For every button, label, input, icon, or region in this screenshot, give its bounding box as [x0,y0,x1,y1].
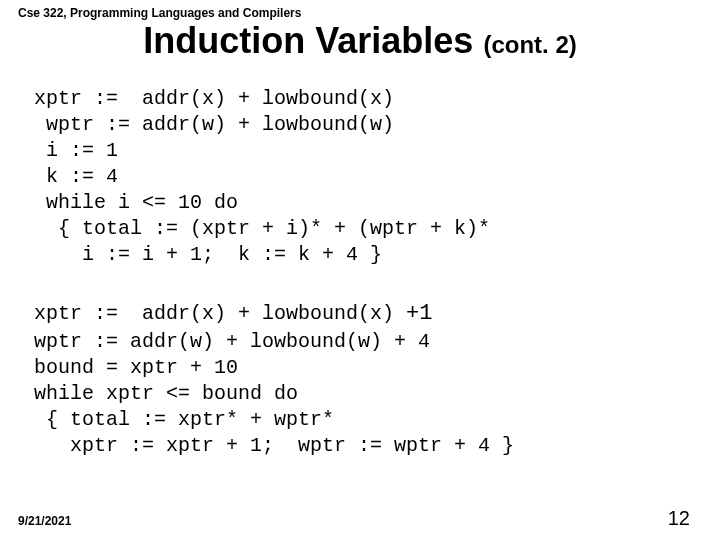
code-line: k := 4 [34,165,118,188]
code-line: xptr := addr(x) + lowbound(x) [34,87,394,110]
code-line: i := 1 [34,139,118,162]
code-line: { total := xptr* + wptr* [34,408,334,431]
title-main: Induction Variables [143,20,473,61]
code-line: bound = xptr + 10 [34,356,238,379]
slide: Cse 322, Programming Languages and Compi… [0,0,720,540]
code-line: while xptr <= bound do [34,382,298,405]
code-line: xptr := addr(x) + lowbound(x) [34,302,406,325]
code-line: i := i + 1; k := k + 4 } [34,243,382,266]
course-header: Cse 322, Programming Languages and Compi… [18,6,301,20]
code-block-original: xptr := addr(x) + lowbound(x) wptr := ad… [34,86,490,268]
footer-page-number: 12 [668,507,690,530]
code-line: wptr := addr(w) + lowbound(w) + 4 [34,330,430,353]
code-line: while i <= 10 do [34,191,238,214]
title-sub: (cont. 2) [483,31,576,58]
code-block-transformed: xptr := addr(x) + lowbound(x) +1 wptr :=… [34,300,514,459]
code-line: { total := (xptr + i)* + (wptr + k)* [34,217,490,240]
footer-date: 9/21/2021 [18,514,71,528]
code-line: xptr := xptr + 1; wptr := wptr + 4 } [34,434,514,457]
slide-title: Induction Variables (cont. 2) [0,20,720,62]
code-emphasis: +1 [406,301,432,326]
code-line: wptr := addr(w) + lowbound(w) [34,113,394,136]
